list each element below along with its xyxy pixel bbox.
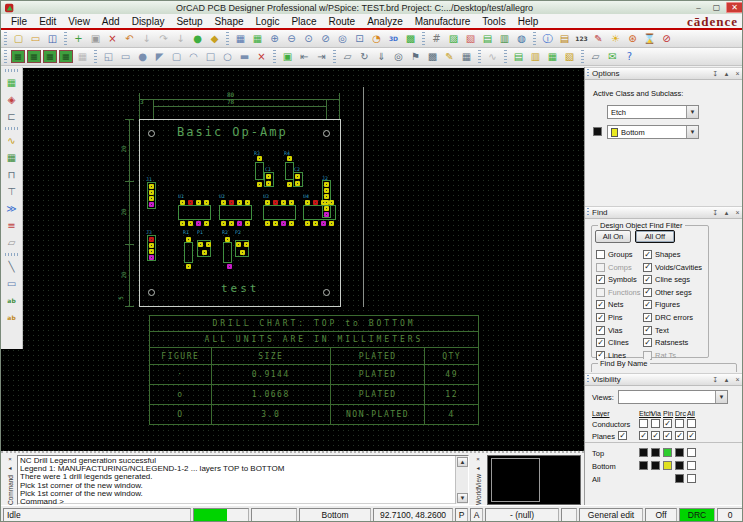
pad[interactable] [186, 237, 191, 242]
pad[interactable] [149, 202, 154, 207]
layer-all-check[interactable] [687, 461, 696, 470]
pad[interactable] [289, 221, 294, 226]
add-square-icon[interactable]: □ [202, 49, 219, 65]
edit-text-icon[interactable]: ab [3, 309, 21, 326]
pad[interactable] [257, 182, 262, 187]
options-panel-header[interactable]: Options ↧▴× [585, 67, 743, 80]
fanout-icon[interactable]: ≫ [3, 200, 21, 217]
copy-shape-icon[interactable]: ▱ [3, 234, 21, 251]
pad[interactable] [287, 156, 292, 161]
report-2-icon[interactable]: ▥ [527, 49, 544, 65]
close-icon[interactable]: × [474, 455, 483, 463]
component-U4[interactable] [303, 205, 336, 220]
pad[interactable] [295, 174, 300, 179]
chevron-down-icon[interactable]: ▼ [686, 126, 698, 138]
delete-icon[interactable]: × [104, 31, 121, 47]
zoom-in-icon[interactable]: ⊕ [266, 31, 283, 47]
pad[interactable] [321, 221, 326, 226]
menu-help[interactable]: Help [512, 16, 545, 27]
toolbar-grip[interactable] [4, 50, 7, 63]
matrix-icon[interactable]: ▦ [458, 49, 475, 65]
pin-icon[interactable]: ↧ [711, 208, 720, 217]
pad[interactable] [313, 221, 318, 226]
component-U3[interactable] [263, 205, 296, 220]
pencil-icon[interactable]: ✎ [441, 49, 458, 65]
conductors-check[interactable] [639, 419, 648, 428]
zoom-world-icon[interactable]: ◎ [334, 31, 351, 47]
mounting-hole[interactable] [323, 289, 330, 296]
toolbar-grip[interactable] [64, 32, 67, 45]
connector-tool-icon[interactable]: ⊏ [3, 108, 21, 125]
column-header-via[interactable]: Via [651, 410, 661, 417]
title-bar[interactable]: OrCAD PCB Designer Professional w/PSpice… [1, 1, 743, 14]
a-button[interactable]: A [470, 508, 483, 522]
hatch-icon[interactable]: ▩ [424, 49, 441, 65]
component-R1[interactable] [184, 242, 193, 263]
find-check-groups[interactable] [596, 250, 605, 259]
step-wave-icon[interactable]: ⊓ [3, 166, 21, 183]
wait-icon[interactable]: ⌛ [641, 31, 658, 47]
zoom-points-icon[interactable]: ⊙ [300, 31, 317, 47]
pad[interactable] [240, 250, 245, 255]
pad[interactable] [204, 200, 209, 205]
pad[interactable] [188, 200, 193, 205]
down-icon[interactable]: ↓ [138, 31, 155, 47]
mounting-hole[interactable] [148, 130, 155, 137]
toolbar-grip[interactable] [504, 50, 507, 63]
add-rounded-icon[interactable]: ▢ [168, 49, 185, 65]
zoom-out-icon[interactable]: ⊖ [283, 31, 300, 47]
pin-tool-icon[interactable]: ⊤ [3, 183, 21, 200]
pad[interactable] [227, 264, 232, 269]
properties-icon[interactable]: ▤ [556, 31, 573, 47]
pad[interactable] [225, 237, 230, 242]
pad[interactable] [244, 242, 249, 247]
conductors-check[interactable] [675, 419, 684, 428]
maximize-button[interactable]: ▢ [708, 2, 725, 13]
command-console[interactable]: NC Drill Legend generation successfulLeg… [17, 455, 469, 505]
world-view[interactable] [487, 455, 581, 505]
redo-icon[interactable]: ↷ [155, 31, 172, 47]
pad[interactable] [196, 200, 201, 205]
column-header-drc[interactable]: Drc [675, 410, 686, 417]
collapse-icon[interactable]: ◂ [6, 463, 15, 471]
subclass-color-button[interactable] [593, 127, 602, 136]
zoom-fit-icon[interactable]: ⊡ [351, 31, 368, 47]
move-icon[interactable]: + [70, 31, 87, 47]
add-corner-icon[interactable]: ◱ [100, 49, 117, 65]
menu-route[interactable]: Route [322, 16, 361, 27]
world-view-icon[interactable]: ◍ [513, 31, 530, 47]
scroll-up-icon[interactable]: ▲ [457, 457, 468, 467]
layer-swatch[interactable] [675, 461, 684, 470]
find-check-figures[interactable]: ✓ [643, 300, 652, 309]
planes-check[interactable]: ✓ [618, 431, 627, 440]
planes-col-check[interactable]: ✓ [639, 431, 648, 440]
open-file-icon[interactable]: ▭ [27, 31, 44, 47]
toolbar-grip[interactable] [5, 69, 18, 72]
component-U1[interactable] [178, 205, 211, 220]
mounting-hole[interactable] [323, 130, 330, 137]
find-check-voids-cavities[interactable]: ✓ [643, 263, 652, 272]
zoom-grid-icon[interactable]: ▦ [249, 31, 266, 47]
toolbar-grip[interactable] [478, 50, 481, 63]
pad[interactable] [281, 200, 286, 205]
layer-all-check[interactable] [687, 448, 696, 457]
pad[interactable] [206, 242, 211, 247]
layer-swatch[interactable] [651, 448, 660, 457]
p-button[interactable]: P [455, 508, 468, 522]
find-check-cline-segs[interactable]: ✓ [643, 275, 652, 284]
menu-view[interactable]: View [62, 16, 96, 27]
waive-drc-icon[interactable]: ⊛ [624, 31, 641, 47]
toolbar-grip[interactable] [581, 50, 584, 63]
toolbar-grip[interactable] [273, 50, 276, 63]
color-view-icon[interactable]: ▩ [402, 31, 419, 47]
find-check-vias[interactable]: ✓ [596, 326, 605, 335]
find-check-clines[interactable]: ✓ [596, 338, 605, 347]
menu-tools[interactable]: Tools [476, 16, 511, 27]
find-check-text[interactable]: ✓ [643, 326, 652, 335]
planes-col-check[interactable]: ✓ [651, 431, 660, 440]
zoom-board-icon[interactable]: ▦ [3, 74, 21, 91]
toolbar-grip[interactable] [5, 253, 18, 256]
copy-icon[interactable]: ▣ [87, 31, 104, 47]
scroll-down-icon[interactable]: ▼ [457, 493, 468, 503]
find-check-other-segs[interactable]: ✓ [643, 288, 652, 297]
